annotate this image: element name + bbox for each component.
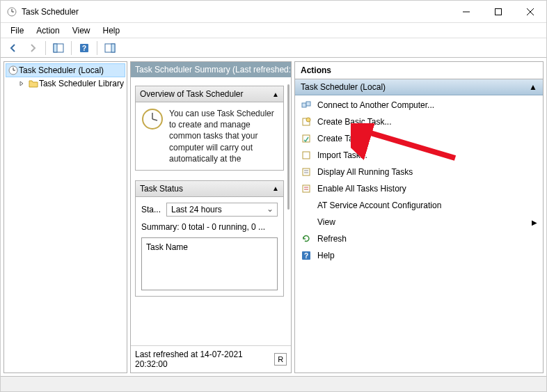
task-status-group: Task Status ▲ Sta... Last 24 hours Summa… [135,180,284,297]
enable-history-icon [301,183,312,194]
collapse-icon[interactable]: ▲ [272,185,279,192]
basic-task-icon [301,116,312,127]
folder-icon [28,78,39,89]
svg-rect-20 [306,102,310,106]
blank-icon [301,200,312,211]
actions-list: Connect to Another Computer...Create Bas… [295,95,543,265]
action-label: Create Basic Task... [317,117,537,127]
help-button[interactable]: ? [76,40,93,56]
menu-action[interactable]: Action [31,24,65,37]
resize-grip[interactable] [535,377,546,391]
svg-rect-4 [496,8,502,15]
action-label: Display All Running Tasks [317,167,537,177]
svg-rect-8 [54,44,57,52]
action-label: Connect to Another Computer... [317,100,537,110]
app-icon [6,6,17,17]
svg-rect-28 [303,185,310,192]
window-title: Task Scheduler [22,7,450,17]
menu-view[interactable]: View [67,24,96,37]
display-running-icon [301,166,312,178]
tree-panel: Task Scheduler (Local) Task Scheduler Li… [3,61,127,373]
action-item-enable-all-tasks-history[interactable]: Enable All Tasks History [295,180,543,197]
action-item-connect-to-another-computer[interactable]: Connect to Another Computer... [295,97,543,113]
action-item-display-all-running-tasks[interactable]: Display All Running Tasks [295,164,543,180]
collapse-icon[interactable]: ▲ [272,91,279,98]
task-list-box[interactable]: Task Name [141,237,278,290]
clock-large-icon [141,108,164,164]
overview-group-header[interactable]: Overview of Task Scheduler ▲ [136,86,283,102]
actions-title: Actions [295,62,543,79]
last-refreshed-text: Last refreshed at 14-07-2021 20:32:00 [135,350,274,369]
action-label: AT Service Account Configuration [317,201,537,210]
show-hide-tree-button[interactable] [50,40,67,56]
tree-child-label: Task Scheduler Library [39,79,124,88]
overview-text: You can use Task Scheduler to create and… [169,108,278,164]
help-icon: ? [301,250,312,261]
action-item-help[interactable]: ?Help [295,247,543,264]
action-label: View [317,217,526,227]
action-item-import-task[interactable]: Import Task... [295,147,543,164]
content-area: Task Scheduler (Local) Task Scheduler Li… [1,58,546,376]
action-label: Enable All Tasks History [317,184,537,194]
actions-panel: Actions Task Scheduler (Local) ▲ Connect… [294,61,544,373]
connect-icon [301,100,312,111]
toolbar: ? [1,38,546,58]
task-icon [301,133,312,144]
status-select-value: Last 24 hours [171,205,222,214]
refresh-icon [301,233,312,244]
action-label: Import Task... [317,150,537,160]
svg-rect-19 [302,103,306,107]
action-item-refresh[interactable]: Refresh [295,230,543,247]
actions-subheader[interactable]: Task Scheduler (Local) ▲ [295,79,543,95]
action-label: Help [317,251,537,260]
svg-rect-12 [111,44,115,52]
statusbar [1,376,546,391]
status-label: Sta... [141,205,161,214]
tree-root-label: Task Scheduler (Local) [19,65,104,75]
action-item-create-task[interactable]: Create Task... [295,130,543,147]
svg-rect-25 [303,168,310,175]
svg-text:?: ? [304,252,308,260]
task-status-header[interactable]: Task Status ▲ [136,181,283,197]
action-item-view[interactable]: View▶ [295,214,543,230]
tree-expander-icon[interactable] [18,79,26,88]
svg-text:?: ? [82,45,86,52]
center-footer: Last refreshed at 14-07-2021 20:32:00 R [131,345,291,373]
action-item-at-service-account-configuration[interactable]: AT Service Account Configuration [295,197,543,214]
menu-file[interactable]: File [5,24,29,37]
task-status-title: Task Status [140,184,183,194]
close-button[interactable] [514,1,546,22]
action-label: Refresh [317,234,537,244]
action-item-create-basic-task[interactable]: Create Basic Task... [295,113,543,130]
minimize-button[interactable] [450,1,482,22]
actions-subheader-label: Task Scheduler (Local) [301,82,386,92]
menu-help[interactable]: Help [97,24,126,37]
maximize-button[interactable] [482,1,514,22]
menubar: File Action View Help [1,23,546,38]
center-panel: Task Scheduler Summary (Last refreshed: … [130,61,292,373]
refresh-button-small[interactable]: R [274,353,287,366]
blank-icon [301,217,312,228]
status-summary: Summary: 0 total - 0 running, 0 ... [141,222,278,232]
task-list-header: Task Name [146,242,188,252]
center-header: Task Scheduler Summary (Last refreshed: … [131,62,291,77]
back-button[interactable] [5,40,22,56]
svg-point-22 [306,118,310,122]
titlebar: Task Scheduler [1,1,546,23]
scrollbar-thumb[interactable] [287,84,290,210]
import-icon [301,150,312,161]
tree-child[interactable]: Task Scheduler Library [17,77,125,90]
action-label: Create Task... [317,134,537,143]
overview-group: Overview of Task Scheduler ▲ You can use… [135,86,284,171]
overview-title: Overview of Task Scheduler [140,89,244,99]
tree-root[interactable]: Task Scheduler (Local) [6,63,125,77]
status-timeframe-select[interactable]: Last 24 hours [166,203,278,217]
actions-pane-button[interactable] [102,40,118,56]
clock-icon [8,65,19,76]
submenu-arrow-icon: ▶ [532,219,537,226]
forward-button[interactable] [24,40,41,56]
collapse-icon[interactable]: ▲ [529,82,537,92]
svg-rect-24 [303,152,310,159]
